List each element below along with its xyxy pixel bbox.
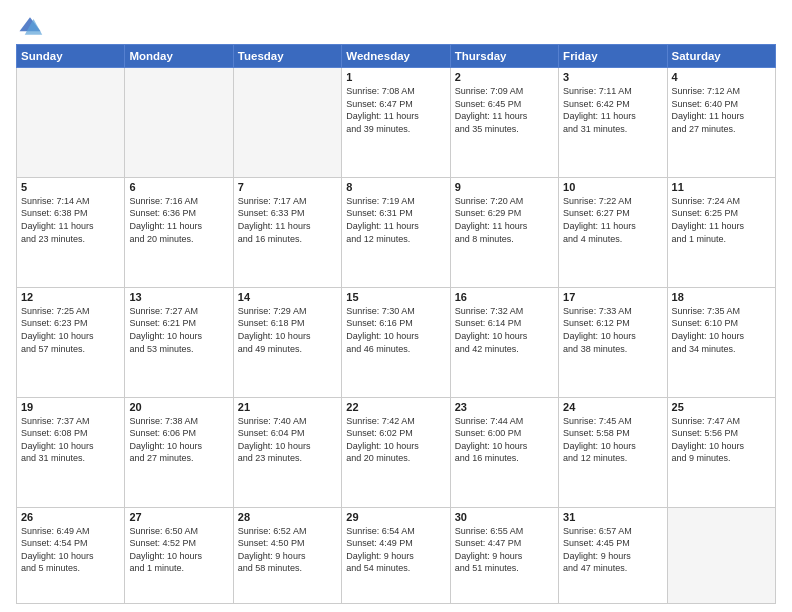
day-info: Sunrise: 7:17 AM Sunset: 6:33 PM Dayligh…: [238, 195, 337, 245]
day-info: Sunrise: 7:22 AM Sunset: 6:27 PM Dayligh…: [563, 195, 662, 245]
day-cell: 10Sunrise: 7:22 AM Sunset: 6:27 PM Dayli…: [559, 177, 667, 287]
day-info: Sunrise: 7:44 AM Sunset: 6:00 PM Dayligh…: [455, 415, 554, 465]
day-cell: 27Sunrise: 6:50 AM Sunset: 4:52 PM Dayli…: [125, 507, 233, 604]
day-cell: 9Sunrise: 7:20 AM Sunset: 6:29 PM Daylig…: [450, 177, 558, 287]
day-number: 29: [346, 511, 445, 523]
logo-icon: [16, 12, 44, 40]
week-row-4: 19Sunrise: 7:37 AM Sunset: 6:08 PM Dayli…: [17, 397, 776, 507]
header: [16, 12, 776, 40]
day-number: 5: [21, 181, 120, 193]
weekday-header-monday: Monday: [125, 45, 233, 68]
day-cell: 21Sunrise: 7:40 AM Sunset: 6:04 PM Dayli…: [233, 397, 341, 507]
day-number: 18: [672, 291, 771, 303]
day-info: Sunrise: 7:37 AM Sunset: 6:08 PM Dayligh…: [21, 415, 120, 465]
day-number: 26: [21, 511, 120, 523]
day-cell: 19Sunrise: 7:37 AM Sunset: 6:08 PM Dayli…: [17, 397, 125, 507]
weekday-header-saturday: Saturday: [667, 45, 775, 68]
day-cell: [17, 68, 125, 178]
day-info: Sunrise: 7:27 AM Sunset: 6:21 PM Dayligh…: [129, 305, 228, 355]
day-cell: 30Sunrise: 6:55 AM Sunset: 4:47 PM Dayli…: [450, 507, 558, 604]
day-number: 19: [21, 401, 120, 413]
day-info: Sunrise: 6:54 AM Sunset: 4:49 PM Dayligh…: [346, 525, 445, 575]
day-info: Sunrise: 7:24 AM Sunset: 6:25 PM Dayligh…: [672, 195, 771, 245]
day-cell: 14Sunrise: 7:29 AM Sunset: 6:18 PM Dayli…: [233, 287, 341, 397]
weekday-header-friday: Friday: [559, 45, 667, 68]
day-number: 25: [672, 401, 771, 413]
day-number: 12: [21, 291, 120, 303]
week-row-5: 26Sunrise: 6:49 AM Sunset: 4:54 PM Dayli…: [17, 507, 776, 604]
day-number: 22: [346, 401, 445, 413]
day-info: Sunrise: 7:30 AM Sunset: 6:16 PM Dayligh…: [346, 305, 445, 355]
day-cell: 17Sunrise: 7:33 AM Sunset: 6:12 PM Dayli…: [559, 287, 667, 397]
day-number: 27: [129, 511, 228, 523]
day-cell: 13Sunrise: 7:27 AM Sunset: 6:21 PM Dayli…: [125, 287, 233, 397]
day-info: Sunrise: 7:33 AM Sunset: 6:12 PM Dayligh…: [563, 305, 662, 355]
day-number: 21: [238, 401, 337, 413]
day-info: Sunrise: 7:12 AM Sunset: 6:40 PM Dayligh…: [672, 85, 771, 135]
day-number: 1: [346, 71, 445, 83]
day-cell: 11Sunrise: 7:24 AM Sunset: 6:25 PM Dayli…: [667, 177, 775, 287]
day-number: 17: [563, 291, 662, 303]
day-cell: [667, 507, 775, 604]
day-cell: 15Sunrise: 7:30 AM Sunset: 6:16 PM Dayli…: [342, 287, 450, 397]
day-info: Sunrise: 7:14 AM Sunset: 6:38 PM Dayligh…: [21, 195, 120, 245]
calendar: SundayMondayTuesdayWednesdayThursdayFrid…: [16, 44, 776, 604]
day-cell: 1Sunrise: 7:08 AM Sunset: 6:47 PM Daylig…: [342, 68, 450, 178]
week-row-1: 1Sunrise: 7:08 AM Sunset: 6:47 PM Daylig…: [17, 68, 776, 178]
day-number: 30: [455, 511, 554, 523]
day-info: Sunrise: 7:45 AM Sunset: 5:58 PM Dayligh…: [563, 415, 662, 465]
day-cell: 24Sunrise: 7:45 AM Sunset: 5:58 PM Dayli…: [559, 397, 667, 507]
weekday-header-row: SundayMondayTuesdayWednesdayThursdayFrid…: [17, 45, 776, 68]
day-cell: 20Sunrise: 7:38 AM Sunset: 6:06 PM Dayli…: [125, 397, 233, 507]
day-cell: 28Sunrise: 6:52 AM Sunset: 4:50 PM Dayli…: [233, 507, 341, 604]
day-cell: 6Sunrise: 7:16 AM Sunset: 6:36 PM Daylig…: [125, 177, 233, 287]
day-info: Sunrise: 7:35 AM Sunset: 6:10 PM Dayligh…: [672, 305, 771, 355]
day-number: 14: [238, 291, 337, 303]
day-number: 31: [563, 511, 662, 523]
day-number: 3: [563, 71, 662, 83]
day-cell: 29Sunrise: 6:54 AM Sunset: 4:49 PM Dayli…: [342, 507, 450, 604]
day-cell: 12Sunrise: 7:25 AM Sunset: 6:23 PM Dayli…: [17, 287, 125, 397]
day-cell: 26Sunrise: 6:49 AM Sunset: 4:54 PM Dayli…: [17, 507, 125, 604]
day-info: Sunrise: 7:38 AM Sunset: 6:06 PM Dayligh…: [129, 415, 228, 465]
page: SundayMondayTuesdayWednesdayThursdayFrid…: [0, 0, 792, 612]
day-cell: 5Sunrise: 7:14 AM Sunset: 6:38 PM Daylig…: [17, 177, 125, 287]
day-number: 23: [455, 401, 554, 413]
day-info: Sunrise: 7:29 AM Sunset: 6:18 PM Dayligh…: [238, 305, 337, 355]
day-cell: 18Sunrise: 7:35 AM Sunset: 6:10 PM Dayli…: [667, 287, 775, 397]
week-row-3: 12Sunrise: 7:25 AM Sunset: 6:23 PM Dayli…: [17, 287, 776, 397]
day-number: 24: [563, 401, 662, 413]
day-number: 15: [346, 291, 445, 303]
day-number: 16: [455, 291, 554, 303]
day-info: Sunrise: 7:16 AM Sunset: 6:36 PM Dayligh…: [129, 195, 228, 245]
day-info: Sunrise: 7:40 AM Sunset: 6:04 PM Dayligh…: [238, 415, 337, 465]
day-number: 2: [455, 71, 554, 83]
day-info: Sunrise: 7:19 AM Sunset: 6:31 PM Dayligh…: [346, 195, 445, 245]
day-number: 6: [129, 181, 228, 193]
day-info: Sunrise: 7:09 AM Sunset: 6:45 PM Dayligh…: [455, 85, 554, 135]
day-info: Sunrise: 6:50 AM Sunset: 4:52 PM Dayligh…: [129, 525, 228, 575]
day-info: Sunrise: 7:42 AM Sunset: 6:02 PM Dayligh…: [346, 415, 445, 465]
day-number: 4: [672, 71, 771, 83]
day-info: Sunrise: 7:32 AM Sunset: 6:14 PM Dayligh…: [455, 305, 554, 355]
day-cell: [233, 68, 341, 178]
day-cell: 16Sunrise: 7:32 AM Sunset: 6:14 PM Dayli…: [450, 287, 558, 397]
day-cell: 2Sunrise: 7:09 AM Sunset: 6:45 PM Daylig…: [450, 68, 558, 178]
day-number: 7: [238, 181, 337, 193]
day-info: Sunrise: 7:08 AM Sunset: 6:47 PM Dayligh…: [346, 85, 445, 135]
day-info: Sunrise: 6:57 AM Sunset: 4:45 PM Dayligh…: [563, 525, 662, 575]
day-cell: 22Sunrise: 7:42 AM Sunset: 6:02 PM Dayli…: [342, 397, 450, 507]
weekday-header-thursday: Thursday: [450, 45, 558, 68]
day-number: 13: [129, 291, 228, 303]
day-cell: 23Sunrise: 7:44 AM Sunset: 6:00 PM Dayli…: [450, 397, 558, 507]
day-cell: 4Sunrise: 7:12 AM Sunset: 6:40 PM Daylig…: [667, 68, 775, 178]
day-info: Sunrise: 7:20 AM Sunset: 6:29 PM Dayligh…: [455, 195, 554, 245]
week-row-2: 5Sunrise: 7:14 AM Sunset: 6:38 PM Daylig…: [17, 177, 776, 287]
weekday-header-sunday: Sunday: [17, 45, 125, 68]
day-info: Sunrise: 7:25 AM Sunset: 6:23 PM Dayligh…: [21, 305, 120, 355]
day-number: 11: [672, 181, 771, 193]
day-info: Sunrise: 6:55 AM Sunset: 4:47 PM Dayligh…: [455, 525, 554, 575]
logo: [16, 12, 48, 40]
weekday-header-tuesday: Tuesday: [233, 45, 341, 68]
day-cell: [125, 68, 233, 178]
